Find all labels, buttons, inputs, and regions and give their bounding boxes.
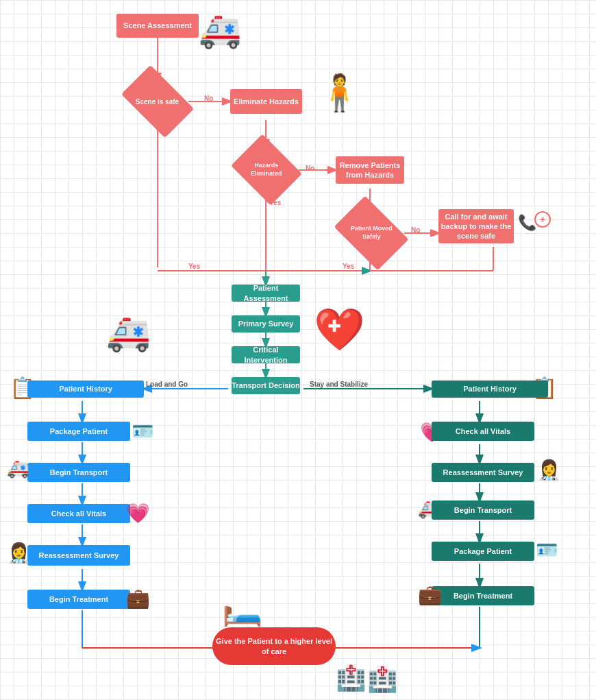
phone-icon: 📞 [518, 214, 536, 232]
reassessment-right-box: Reassessment Survey [432, 463, 534, 482]
package-patient-right-box: Package Patient [432, 542, 534, 561]
nurse-right-icon: 👩‍⚕️ [537, 459, 561, 481]
scene-assessment-box: Scene Assessment [116, 14, 199, 38]
no-label-scene: No [204, 95, 213, 102]
ambulance-top-icon: 🚑 [199, 10, 241, 50]
patient-history-left-box: Patient History [27, 381, 144, 398]
check-vitals-right-box: Check all Vitals [432, 422, 534, 441]
med-bag-right-icon: 💼 [418, 583, 442, 606]
hospital-icon: 🏥 [336, 664, 367, 692]
no-label-moved: No [411, 226, 420, 234]
plus-circle-icon: + [534, 211, 551, 228]
scene-is-safe-diamond: Scene is safe [127, 81, 188, 122]
patient-history-right-box: Patient History [432, 381, 548, 398]
begin-transport-right-box: Begin Transport [432, 500, 534, 520]
critical-intervention-box: Critical Intervention [232, 346, 300, 363]
package-patient-left-box: Package Patient [27, 422, 130, 441]
check-vitals-left-box: Check all Vitals [27, 504, 130, 523]
flowchart-canvas: Scene Assessment 🚑 Scene is safe No Elim… [0, 0, 596, 700]
no-label-hazards: No [306, 165, 314, 172]
give-patient-oval: Give the Patient to a higher level of ca… [212, 627, 336, 665]
patient-assessment-box: Patient Assessment [232, 285, 300, 302]
heart-cross-icon: ✚ [327, 317, 341, 336]
begin-treatment-left-box: Begin Treatment [27, 590, 130, 609]
primary-survey-box: Primary Survey [232, 315, 300, 333]
call-backup-box: Call for and await backup to make the sc… [438, 209, 514, 243]
id-card-left-icon: 🪪 [132, 421, 153, 442]
patient-moved-diamond: Patient Moved Safely [340, 211, 402, 255]
bed-icon: 🛏️ [222, 590, 263, 628]
hazards-eliminated-diamond: Hazards Eliminated [238, 147, 295, 192]
remove-patients-box: Remove Patients from Hazards [336, 156, 404, 184]
stay-and-stabilize-label: Stay and Stabilize [310, 381, 368, 388]
load-and-go-label: Load and Go [146, 381, 188, 388]
yes-label-right: Yes [343, 263, 354, 270]
transport-decision-box: Transport Decision [232, 377, 300, 394]
hospital-icon2: 🏥 [367, 665, 398, 694]
med-bag-left-icon: 💼 [126, 587, 150, 610]
reassessment-left-box: Reassessment Survey [27, 545, 130, 566]
id-card-right-icon: 🪪 [536, 540, 558, 561]
begin-transport-left-box: Begin Transport [27, 463, 130, 482]
yes-label-left: Yes [188, 263, 200, 270]
heartbeat-left-icon: 💗 [126, 502, 150, 524]
human-figure-icon: 🧍 [317, 72, 362, 114]
yes-label-hazards: Yes [269, 199, 281, 206]
ambulance-small-left-icon: 🚑 [106, 312, 151, 354]
eliminate-hazards-box: Eliminate Hazards [230, 89, 302, 114]
nurse-left-icon: 👩‍⚕️ [7, 542, 31, 564]
small-ambulance-left-icon: 🚑 [7, 458, 29, 479]
begin-treatment-right-box: Begin Treatment [432, 586, 534, 605]
